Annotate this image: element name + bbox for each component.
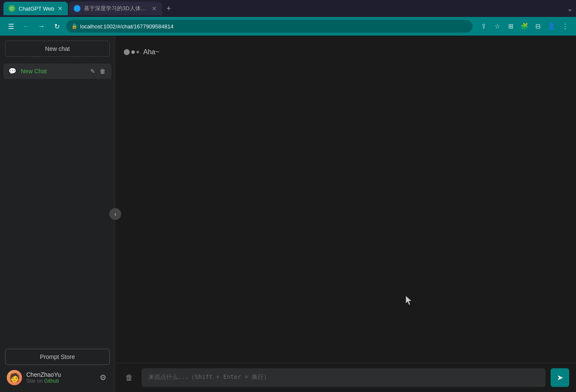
prompt-store-label: Prompt Store [40, 353, 75, 360]
dot-3 [136, 51, 139, 53]
new-tab-button[interactable]: + [163, 3, 175, 14]
tab-overflow-button[interactable]: ⌄ [567, 5, 573, 13]
bookmark-icon[interactable]: ☆ [491, 20, 503, 32]
tab-title-1: ChatGPT Web [19, 6, 54, 12]
settings-button[interactable]: ⚙ [98, 371, 108, 384]
edit-chat-button[interactable]: ✎ [89, 67, 96, 75]
extensions-icon[interactable]: 🧩 [518, 20, 530, 32]
github-link-text: Github [44, 378, 59, 384]
dot-1 [124, 49, 130, 55]
tab-close-1[interactable]: ✕ [58, 5, 63, 12]
share-icon[interactable]: ⇪ [478, 20, 490, 32]
view-icon[interactable]: ⊞ [505, 20, 517, 32]
input-area: 🗑 ➤ [115, 363, 576, 392]
chat-list: 💬 New Chat ✎ 🗑 [0, 62, 115, 344]
sidebar-footer: Prompt Store 🧑 ChenZhaoYu Star on Github… [0, 344, 115, 392]
reload-button[interactable]: ↻ [51, 20, 63, 32]
address-text: localhost:1002/#/chat/1677909584814 [80, 23, 467, 30]
user-details: ChenZhaoYu Star on Github [26, 371, 94, 384]
browser-chrome: C ChatGPT Web ✕ 🌐 基于深度学习的3D人体姿态估... ✕ + … [0, 0, 576, 36]
chat-item-actions: ✎ 🗑 [89, 67, 106, 75]
typing-indicator: Aha~ [124, 48, 159, 56]
account-icon[interactable]: 👤 [545, 20, 557, 32]
prompt-store-button[interactable]: Prompt Store [5, 349, 110, 365]
chat-area: Aha~ [115, 36, 576, 210]
avatar-emoji: 🧑 [9, 373, 20, 383]
user-sub-text: Star on [26, 378, 43, 384]
toolbar-icons: ⇪ ☆ ⊞ 🧩 ⊟ 👤 ⋮ [478, 20, 571, 32]
address-box[interactable]: 🔒 localhost:1002/#/chat/1677909584814 [66, 20, 473, 33]
user-name: ChenZhaoYu [26, 371, 94, 378]
address-bar-row: ☰ ← → ↻ 🔒 localhost:1002/#/chat/16779095… [0, 17, 576, 36]
send-icon: ➤ [557, 373, 563, 382]
trash-icon: 🗑 [125, 373, 133, 382]
app-layout: New chat 💬 New Chat ✎ 🗑 Prompt Store 🧑 [0, 36, 576, 392]
cursor-indicator [406, 296, 411, 303]
sidebar-header: New chat [0, 36, 115, 62]
github-link[interactable]: Github [44, 378, 59, 384]
back-button[interactable]: ← [20, 20, 32, 32]
sidebar-collapse-button[interactable]: ‹ [109, 208, 121, 220]
chat-item-label: New Chat [21, 68, 85, 75]
lock-icon: 🔒 [71, 23, 78, 29]
collapse-icon: ‹ [114, 211, 117, 217]
typing-dots [124, 49, 139, 55]
tab-bar: C ChatGPT Web ✕ 🌐 基于深度学习的3D人体姿态估... ✕ + … [0, 0, 576, 17]
typing-text: Aha~ [143, 48, 159, 56]
tab-chatgpt[interactable]: C ChatGPT Web ✕ [3, 2, 68, 15]
new-chat-label: New chat [45, 45, 70, 52]
user-info: 🧑 ChenZhaoYu Star on Github ⚙ [5, 368, 110, 387]
tab-favicon-1: C [8, 5, 15, 12]
tab-paper[interactable]: 🌐 基于深度学习的3D人体姿态估... ✕ [69, 2, 162, 15]
tab-close-2[interactable]: ✕ [152, 5, 157, 12]
tab-favicon-2: 🌐 [74, 5, 81, 12]
chat-item[interactable]: 💬 New Chat ✎ 🗑 [3, 64, 111, 79]
new-chat-button[interactable]: New chat [5, 41, 110, 57]
send-button[interactable]: ➤ [551, 368, 569, 387]
avatar: 🧑 [7, 370, 22, 385]
chat-item-icon: 💬 [8, 67, 17, 75]
menu-icon[interactable]: ⋮ [559, 20, 571, 32]
sidebar: New chat 💬 New Chat ✎ 🗑 Prompt Store 🧑 [0, 36, 115, 392]
main-content: ‹ Aha~ 🗑 [115, 36, 576, 392]
chat-input[interactable] [142, 368, 545, 387]
delete-chat-button[interactable]: 🗑 [99, 67, 106, 75]
tab-title-2: 基于深度学习的3D人体姿态估... [84, 5, 148, 12]
user-sub: Star on Github [26, 378, 94, 384]
sidebar-toggle-browser[interactable]: ☰ [5, 20, 17, 32]
clear-chat-button[interactable]: 🗑 [122, 370, 136, 386]
forward-button[interactable]: → [36, 20, 47, 32]
dot-2 [131, 50, 135, 54]
split-view-icon[interactable]: ⊟ [532, 20, 544, 32]
